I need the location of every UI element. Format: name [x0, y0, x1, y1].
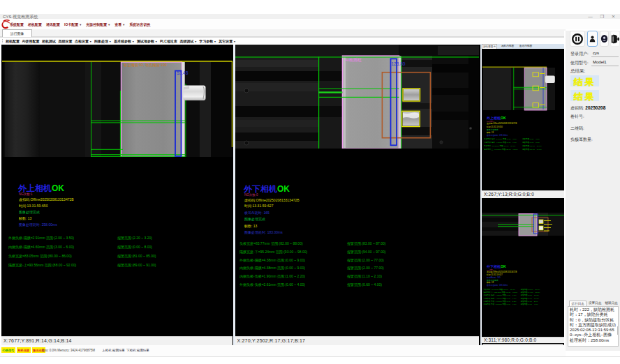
center-ai-time: 极耳AI耗时: 165 [244, 211, 270, 215]
thumb2-alarm: 报警范围:(94.00 ~ 97.00) [521, 291, 540, 293]
negative-tab-count-label: 负极耳数量: [570, 137, 593, 143]
model-underline [591, 66, 619, 66]
menu-item-system-config[interactable]: 系统配置 [10, 22, 24, 26]
left-ng-count: NG次数:1 [19, 192, 33, 196]
pause-button[interactable] [570, 31, 585, 47]
toolbar-item-image-processing[interactable]: 图像处理▼ [94, 39, 111, 43]
center-measure-value: 123.80 [391, 61, 405, 66]
thumb2-coord-bar: X:311;Y:980;R:0;G:0;B:0 [482, 337, 564, 343]
chevron-down-icon: ▼ [122, 23, 125, 26]
thumb1-measurement: 负极宽度=83.05mm 范围:(80.00 ~ 86.00) [484, 145, 515, 147]
thumb1-alarm: 报警范围:(2.20 ~ 3.20) [522, 138, 540, 140]
center-ai-box-label: AI检测框 [345, 57, 362, 62]
result-box-upper: 结果 [570, 75, 599, 86]
menu-item-label: IO卡配置 [64, 22, 78, 26]
chevron-down-icon: ▼ [79, 23, 82, 26]
toolbar-item-label: 测试项参数 [137, 39, 154, 43]
toolbar-item-test-params[interactable]: 测试项参数▼ [137, 39, 157, 43]
chevron-down-icon: ▼ [132, 40, 134, 43]
toolbar-item-camera-config[interactable]: 相机配置 [6, 39, 20, 43]
center-frame-count: 帧数: 13 [244, 224, 257, 228]
user-login-button[interactable] [587, 31, 598, 47]
thumb2-process-time: 图像处理耗时: 183.00ms [487, 284, 508, 287]
toolbar-item-label: 基准线参数 [114, 39, 131, 43]
avatar-icon [600, 34, 608, 43]
thumb1-camera-name: 外上相机 [487, 116, 501, 120]
sidebar-divider [564, 31, 566, 351]
menu-item-io-card-config[interactable]: IO卡配置▼ [64, 22, 82, 26]
toolbar-item-baseline-params[interactable]: 基准线参数▼ [114, 39, 134, 43]
thumb-tab-data-view[interactable]: 数据内视图 [518, 44, 533, 49]
app-logo-icon [1, 20, 10, 29]
thumb-tab-defect-view[interactable]: 缺陷图显示 [482, 44, 497, 49]
center-measurement-row: 隔膜宽度-下=95.24mm 范围:(93.00 ~ 98.00) [239, 250, 307, 254]
permission-button[interactable] [600, 31, 609, 47]
thumb1-alarm: 报警范围:(89.00 ~ 91.00) [522, 149, 542, 151]
left-measurement-row: 外侧负极-隔膜=2.91mm 范围:(2.00 ~ 3.50) [8, 236, 74, 240]
thumb2-measurement: 内侧负极-负极=1.90mm 范围:(1.00 ~ 2.20) [484, 300, 517, 302]
left-measurement-row: 内侧负极-隔膜=4.60mm 范围:(3.00 ~ 6.00) [8, 245, 74, 249]
menu-item-comm-config[interactable]: 通讯配置 [46, 22, 60, 26]
center-process-done: 图像处理完成 [244, 217, 265, 221]
user-icon [589, 34, 596, 43]
chevron-down-icon: ▼ [89, 40, 91, 43]
log-tab-settings[interactable]: 设置日志 [586, 301, 603, 306]
toolbar-item-ai-config[interactable]: AI使用配置 [22, 39, 40, 43]
toolbar-item-label: 点检设置 [75, 39, 89, 43]
menu-item-camera-config[interactable]: 相机配置 [28, 22, 42, 26]
chevron-down-icon: ▼ [155, 40, 157, 43]
menu-item-label: 查看 [115, 22, 121, 26]
chevron-down-icon: ▼ [194, 40, 196, 43]
upper-camera-status[interactable]: 上相机:检测结果 [102, 349, 125, 352]
menu-item-label: 光源控制配置 [86, 22, 107, 26]
left-process-time: 图像处理耗时: 258.00ms [19, 222, 57, 227]
log-output[interactable]: 耗时：222，缺陷检测耗时：17，缺陷分类耗时：0，缺陷提取分区耗时：直方图提取… [568, 306, 619, 347]
virtual-code-label: 虚拟码: 20250208 [570, 105, 605, 112]
log-scrollbar[interactable] [617, 326, 619, 335]
toolbar-item-advanced-settings[interactable]: 高级设置 [59, 39, 73, 43]
pause-icon [571, 33, 584, 45]
left-alarm-range: 报警范围:(2.20 ~ 3.20) [117, 236, 152, 240]
center-alarm-range: 报警范围:(2.00 ~ 77.00) [347, 266, 384, 270]
menu-item-light-control[interactable]: 光源控制配置▼ [86, 22, 110, 26]
center-camera-result: OK [277, 184, 290, 194]
center-alarm-range: 报警范围:(2.00 ~ 77.00) [347, 258, 384, 262]
login-user-underline [591, 56, 619, 57]
toolbar-item-advanced-debug[interactable]: 高级调试▼ [179, 39, 196, 43]
center-measurement-row: 外侧负极-负极=2.61mm 范围:(0.60 ~ 4.00) [239, 282, 305, 287]
toolbar-item-camera-debug[interactable]: 相机调试 [42, 39, 56, 43]
toolbar-item-plc-address[interactable]: PLC地址库 [160, 39, 177, 43]
lower-camera-status[interactable]: 下相机:检测结果 [126, 349, 149, 352]
menu-item-view[interactable]: 查看▼ [115, 22, 125, 26]
exit-icon [611, 34, 619, 44]
left-measurement-row: 负极宽度=83.05mm 范围:(80.00 ~ 86.00) [8, 254, 72, 258]
thumb2-measurement: 外侧负极-隔膜=4.38mm 范围:(0.00 ~ 9.00) [484, 294, 517, 296]
thumb2-alarm: 报警范围:(1.10 ~ 2.10) [521, 300, 538, 302]
needle-number-label: 卷针号: [570, 114, 584, 120]
center-alarm-range: 报警范围:(0.60 ~ 4.00) [347, 282, 382, 287]
toolbar-item-spot-check[interactable]: 点检设置▼ [75, 39, 91, 43]
thumb1-time: 时间:13-31-59-650 [487, 126, 503, 128]
thumb-tab-camera-view[interactable]: 相机内视图 [500, 44, 515, 49]
center-camera-image[interactable]: 123.80 AI检测框 [235, 45, 480, 149]
window-bottom-edge [0, 356, 620, 357]
center-ng-count: NG次数:0 [244, 193, 258, 197]
menu-item-language-switch[interactable]: 系统语言切换 [129, 22, 150, 26]
left-alarm-range: 报警范围:(89.00 ~ 91.00) [117, 263, 156, 267]
camera-connection-badge: 相机连接 [17, 347, 31, 353]
model-value[interactable]: Model1 [593, 60, 607, 64]
toolbar-item-learning-params[interactable]: 学习参数▼ [199, 39, 216, 43]
virtual-code-value: 20250208 [585, 105, 605, 110]
log-tab-error[interactable]: 错误日志 [603, 301, 619, 306]
login-user-value[interactable]: cys [593, 51, 599, 55]
exit-button[interactable] [610, 31, 620, 47]
toolbar-item-other-settings[interactable]: 其它设置▼ [219, 39, 235, 43]
thumb1-process-time: 图像处理耗时: 258.00ms [487, 135, 508, 137]
thumb2-measurement: 内侧负极-隔膜=4.38mm 范围:(0.00 ~ 9.00) [484, 297, 517, 299]
left-camera-image[interactable]: 53.48 标定阈值:93, 动态阈值:100 [1, 45, 232, 157]
log-tab-run[interactable]: 运行日志 [569, 301, 586, 306]
heartbeat-badge: 心跳信号 [1, 347, 15, 353]
center-measurement-row: 外侧负极-隔膜=4.38mm 范围:(0.00 ~ 9.00) [239, 258, 305, 262]
thumb2-measurement: 负极宽度=83.77mm 范围:(82.00 ~ 88.00) [484, 288, 515, 290]
tab-run-image[interactable]: 运行图像 [2, 29, 32, 37]
